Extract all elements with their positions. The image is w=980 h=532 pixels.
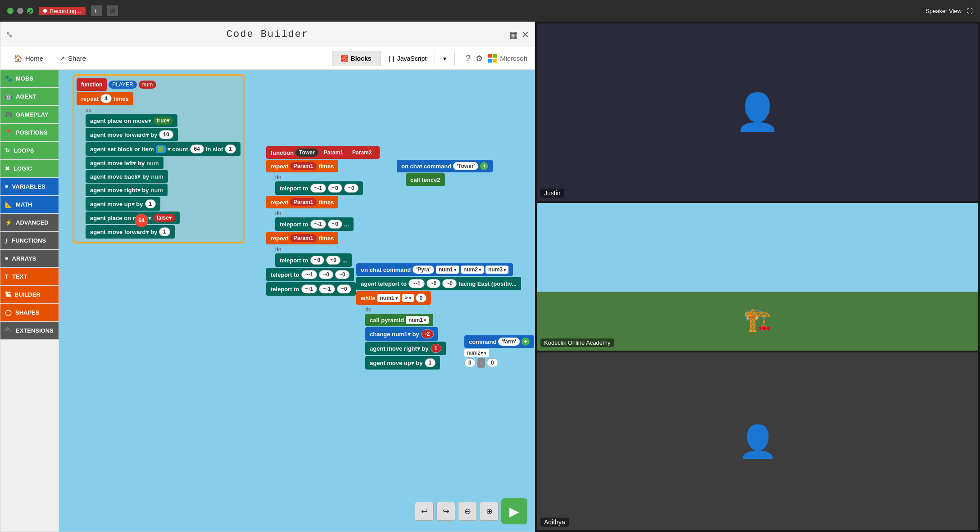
minus-icon[interactable]: - bbox=[477, 358, 485, 368]
sidebar-agent-label: AGENT bbox=[16, 93, 36, 100]
function-header-row: function PLAYER num bbox=[77, 78, 240, 91]
sidebar-item-agent[interactable]: 🤖AGENT bbox=[0, 88, 59, 106]
sidebar-gameplay-label: GAMEPLAY bbox=[16, 111, 48, 118]
agent-move-right-block[interactable]: agent move right▾ by 1 bbox=[365, 342, 446, 355]
sidebar-item-positions[interactable]: 📍POSITIONS bbox=[0, 124, 59, 142]
home-nav[interactable]: 🏠 Home bbox=[8, 52, 50, 65]
sidebar-item-math[interactable]: 📐MATH bbox=[0, 196, 59, 214]
teleport-1-block[interactable]: teleport to ~-1 ~0 ~0 bbox=[275, 181, 363, 195]
do-label: do bbox=[86, 106, 240, 114]
stop-button[interactable]: ⬛ bbox=[107, 5, 118, 16]
sidebar-item-builder[interactable]: 🏗BUILDER bbox=[0, 286, 59, 304]
call-pyramid-block[interactable]: call pyramid num1 bbox=[365, 314, 433, 326]
home-label: Home bbox=[25, 54, 43, 62]
repeat-indent: do agent place on move▾ true▾ agent move… bbox=[86, 106, 240, 239]
move-back-block[interactable]: agent move back▾ by num bbox=[86, 170, 168, 183]
collapse-button[interactable]: ⤡ bbox=[6, 30, 13, 40]
minimize-dot[interactable] bbox=[7, 8, 14, 14]
do-5: do bbox=[365, 306, 521, 314]
teleport-3-block[interactable]: teleport to ~0 ~0 ... bbox=[275, 253, 352, 267]
tab-group: 🧱 Blocks { } JavaScript ▾ bbox=[332, 51, 455, 66]
function-keyword-block[interactable]: function bbox=[77, 78, 107, 91]
sidebar-item-variables[interactable]: ≡VARIABLES bbox=[0, 178, 59, 196]
move-up-block[interactable]: agent move up▾ by 1 bbox=[86, 197, 160, 211]
pause-button[interactable]: ⏸ bbox=[91, 5, 102, 16]
sidebar-item-arrays[interactable]: ≡ARRAYS bbox=[0, 250, 59, 268]
sidebar-item-logic[interactable]: ✖LOGIC bbox=[0, 160, 59, 178]
sidebar-item-text[interactable]: TTEXT bbox=[0, 268, 59, 286]
badge-64: 64 bbox=[135, 214, 148, 227]
sidebar-extensions-label: EXTENSIONS bbox=[16, 327, 54, 334]
academy-label: Kodeclik Online Academy bbox=[540, 338, 614, 347]
sidebar-item-shapes[interactable]: ◯SHAPES bbox=[0, 304, 59, 322]
teleport-2-block[interactable]: teleport to ~-1 ~0 ... bbox=[275, 217, 354, 231]
sidebar-item-functions[interactable]: ƒFUNCTIONS bbox=[0, 232, 59, 250]
while-block[interactable]: while num1 > 0 bbox=[356, 291, 431, 305]
repeat-param1-block-2[interactable]: repeat Param1 times bbox=[266, 196, 338, 208]
zero-num-2: 0 bbox=[487, 358, 498, 367]
justin-label: Justin bbox=[540, 189, 564, 198]
set-block-block[interactable]: agent set block or item 🟩▾ count 64 in s… bbox=[86, 142, 240, 156]
repeat-block[interactable]: repeat 4 times bbox=[77, 92, 133, 105]
remove-button[interactable]: ⊖ bbox=[458, 502, 477, 521]
num2-dropdown[interactable]: num2▾ bbox=[464, 349, 489, 357]
agent-teleport-block[interactable]: agent teleport to ~-1 ~0 ~0 facing East … bbox=[356, 277, 521, 290]
move-left-block[interactable]: agent move left▾ by num bbox=[86, 157, 163, 169]
function-name-pill[interactable]: PLAYER bbox=[109, 81, 136, 89]
call-fence2-block[interactable]: call fence2 bbox=[406, 173, 445, 186]
cb-navbar: 🏠 Home ↗ Share 🧱 Blocks { } JavaScript ▾ bbox=[0, 47, 535, 70]
on-chat-tower-row: on chat command 'Tower' + bbox=[397, 160, 493, 172]
sidebar-item-mobs[interactable]: 🐾MOBS bbox=[0, 70, 59, 88]
move-forward-1-block[interactable]: agent move forward▾ by 1 bbox=[86, 225, 175, 239]
sidebar-item-extensions[interactable]: 🔌EXTENSIONS bbox=[0, 322, 59, 340]
redo-button[interactable]: ↪ bbox=[436, 502, 455, 521]
repeat-param1-row-3: repeat Param1 times bbox=[266, 232, 380, 244]
zero-num: 0 bbox=[464, 358, 476, 367]
change-num1-block[interactable]: change num1▾ by -2 bbox=[365, 327, 438, 341]
minecraft-video-bg: 🏗️ bbox=[537, 203, 978, 351]
cb-sidebar: 🐾MOBS 🤖AGENT 🎮GAMEPLAY 📍POSITIONS ↻LOOPS… bbox=[0, 70, 59, 532]
num-param[interactable]: num bbox=[139, 81, 156, 89]
place-on-move-true-row: agent place on move▾ true▾ bbox=[86, 114, 240, 127]
share-nav[interactable]: ↗ Share bbox=[53, 52, 92, 65]
on-chat-pyra-block[interactable]: on chat command 'Pyra' num1 num2 num3 bbox=[356, 263, 513, 276]
repeat-param1-block-3[interactable]: repeat Param1 times bbox=[266, 232, 338, 244]
sidebar-item-loops[interactable]: ↻LOOPS bbox=[0, 142, 59, 160]
fullscreen-icon[interactable]: ⛶ bbox=[967, 8, 973, 14]
teleport-bottom2-block[interactable]: teleport to ~-1 ~-1 ~0 bbox=[266, 282, 356, 296]
move-forward-block[interactable]: agent move forward▾ by 10 bbox=[86, 128, 178, 141]
tab-dropdown[interactable]: ▾ bbox=[435, 51, 455, 66]
sidebar-mobs-label: MOBS bbox=[16, 75, 33, 82]
move-back-row: agent move back▾ by num bbox=[86, 170, 240, 183]
blocks-icon: 🧱 bbox=[340, 55, 348, 62]
agent-move-up-block[interactable]: agent move up▾ by 1 bbox=[365, 356, 440, 370]
sidebar-item-advanced[interactable]: ⚡ADVANCED bbox=[0, 214, 59, 232]
on-chat-farm-block[interactable]: command 'farm' + bbox=[464, 335, 534, 348]
function-tower-row: function Tower Param1 Param2 bbox=[266, 146, 380, 159]
run-button[interactable]: ▶ bbox=[501, 498, 527, 524]
function-tower-block[interactable]: function Tower Param1 Param2 bbox=[266, 146, 380, 159]
justin-video-bg: 👤 bbox=[537, 23, 978, 201]
grid-view-button[interactable]: ▦ bbox=[509, 29, 518, 40]
ms-logo: Microsoft bbox=[488, 54, 527, 63]
sidebar-item-gameplay[interactable]: 🎮GAMEPLAY bbox=[0, 106, 59, 124]
ms-label: Microsoft bbox=[500, 54, 527, 62]
help-icon[interactable]: ? bbox=[466, 54, 470, 63]
on-chat-tower-block[interactable]: on chat command 'Tower' + bbox=[397, 160, 493, 172]
close-button[interactable]: ✕ bbox=[522, 29, 529, 40]
teleport-bottom-block[interactable]: teleport to ~-1 ~0 ~0 bbox=[266, 268, 354, 281]
speaker-view-label[interactable]: Speaker View bbox=[926, 8, 962, 14]
repeat-param1-block-1[interactable]: repeat Param1 times bbox=[266, 160, 338, 172]
place-on-move-block[interactable]: agent place on move▾ true▾ bbox=[86, 114, 177, 127]
cb-workspace: function PLAYER num repeat 4 times do ag… bbox=[59, 70, 535, 532]
add-button[interactable]: ⊕ bbox=[480, 502, 499, 521]
blocks-tab[interactable]: 🧱 Blocks bbox=[332, 51, 380, 66]
repeat-param1-row-2: repeat Param1 times bbox=[266, 196, 380, 208]
settings-icon[interactable]: ⚙ bbox=[476, 54, 483, 63]
place-on-move-false-block[interactable]: agent place on move▾ false▾ bbox=[86, 212, 180, 224]
undo-button[interactable]: ↩ bbox=[415, 502, 434, 521]
js-tab[interactable]: { } JavaScript bbox=[380, 51, 436, 66]
move-right-block[interactable]: agent move right▾ by num bbox=[86, 184, 168, 196]
cb-title: Code Builder bbox=[227, 29, 309, 40]
on-chat-tower-stack: on chat command 'Tower' + call fence2 bbox=[397, 160, 493, 187]
